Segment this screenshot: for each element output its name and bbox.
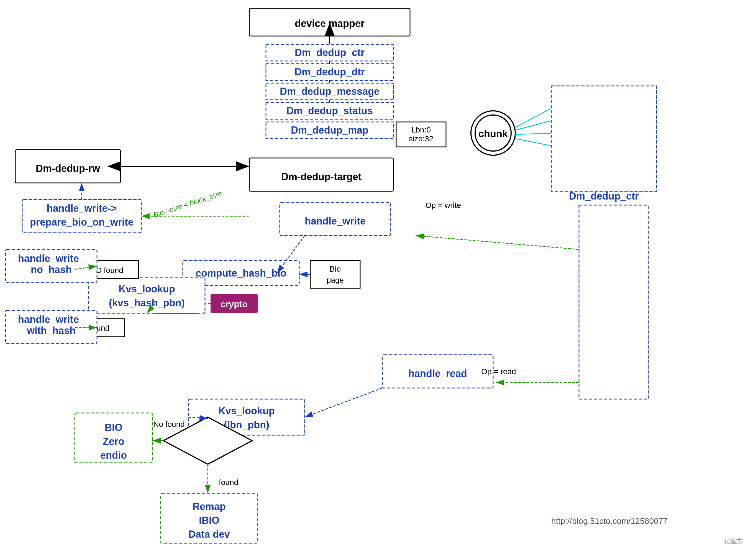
no-found2-label: No found bbox=[153, 420, 185, 429]
kvs-lookup-lbn-1: Kvs_lookup bbox=[218, 405, 275, 417]
chunk-label: chunk bbox=[478, 128, 508, 139]
dm-dedup-ctr-label: Dm_dedup_ctr bbox=[569, 190, 639, 202]
dm-dedup-message-fn: Dm_dedup_message bbox=[280, 86, 380, 97]
kvs-lookup-hash-2: (kvs_hash_pbn) bbox=[109, 297, 185, 309]
handle-write-with-hash-1: handle_write_ bbox=[18, 314, 85, 325]
url-text: http://blog.51cto.com/12580077 bbox=[551, 516, 668, 526]
svg-rect-26 bbox=[551, 86, 657, 191]
found2-label: found bbox=[219, 478, 238, 487]
svg-line-18 bbox=[515, 105, 557, 127]
svg-line-58 bbox=[305, 388, 382, 417]
svg-line-19 bbox=[515, 119, 557, 130]
bio-zero-3: endio bbox=[100, 450, 127, 461]
svg-line-20 bbox=[515, 133, 557, 134]
op-read-label: Op = read bbox=[481, 367, 516, 376]
crypto-label: crypto bbox=[221, 299, 248, 309]
lbn0-label: Lbn:0 bbox=[411, 125, 431, 134]
bio-page-label2: page bbox=[327, 276, 344, 285]
dm-dedup-rw-label: Dm-dedup-rw bbox=[36, 163, 100, 174]
bio-zero-1: BIO bbox=[105, 422, 122, 433]
watermark: 亿建志 bbox=[724, 538, 742, 545]
handle-write-prepare-2: prepare_bio_on_write bbox=[30, 216, 134, 228]
dm-dedup-dtr-fn: Dm_dedup_dtr bbox=[294, 66, 365, 78]
bio-page-label1: Bio bbox=[330, 265, 341, 273]
handle-write-label: handle_write bbox=[305, 215, 366, 227]
dm-dedup-status-fn: Dm_dedup_status bbox=[286, 105, 373, 116]
svg-line-39 bbox=[416, 235, 579, 249]
device-mapper-label: device mapper bbox=[295, 18, 365, 29]
dm-dedup-ctr-fn: Dm_dedup_ctr bbox=[295, 47, 365, 58]
bio-zero-2: Zero bbox=[103, 436, 124, 447]
dm-dedup-map-fn: Dm_dedup_map bbox=[291, 124, 368, 136]
remap-1: Remap bbox=[193, 501, 226, 512]
size32-label: size:32 bbox=[409, 134, 434, 143]
remap-3: Data dev bbox=[188, 529, 230, 540]
svg-rect-31 bbox=[579, 205, 648, 399]
handle-write-no-hash-2: no_hash bbox=[31, 264, 72, 275]
handle-write-no-hash-1: handle_write_ bbox=[18, 253, 85, 264]
compute-hash-bio-label: compute_hash_bio bbox=[196, 267, 286, 279]
svg-line-21 bbox=[515, 138, 557, 147]
kvs-lookup-hash-1: Kvs_lookup bbox=[119, 283, 175, 295]
handle-write-with-hash-2: with_hash bbox=[27, 325, 76, 336]
dm-dedup-target-label: Dm-dedup-target bbox=[281, 171, 362, 182]
bio-size-condition: Bio->size < block_size bbox=[152, 189, 223, 219]
handle-read-label: handle_read bbox=[408, 368, 467, 379]
handle-write-prepare-1: handle_write-> bbox=[47, 202, 117, 214]
remap-2: IBIO bbox=[199, 515, 219, 526]
op-write-label: Op = write bbox=[426, 201, 461, 209]
